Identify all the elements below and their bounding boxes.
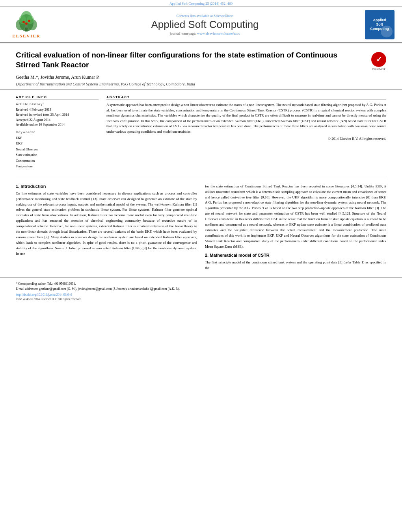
article-keywords: Keywords: EKF UKF Neural Observer State … <box>16 130 99 169</box>
history-received: Received 4 February 2013 Received in rev… <box>16 107 99 127</box>
elsevier-wordmark: ELSEVIER <box>12 33 41 38</box>
email-addresses: E-mail addresses: geethanr@gmail.com (G.… <box>16 287 386 292</box>
homepage-label: journal homepage: <box>170 32 196 35</box>
svg-point-8 <box>28 20 30 22</box>
article-history: Article history: Received 4 February 201… <box>16 102 99 127</box>
article-header: Critical evaluation of non-linear filter… <box>0 43 402 90</box>
doi-link[interactable]: http://dx.doi.org/10.1016/j.asoc.2014.08… <box>16 293 386 297</box>
asc-logo-text: Applied Soft Computing <box>370 18 389 31</box>
sciencedirect-label: Contents lists available at ScienceDirec… <box>177 14 234 18</box>
journal-citation: Applied Soft Computing 25 (2014) 452–460 <box>169 2 233 6</box>
crossmark-logo[interactable]: ✓ CrossMark <box>371 52 386 70</box>
keywords-list: EKF UKF Neural Observer State estimation… <box>16 135 99 169</box>
footer: * Corresponding author. Tel.: +91 956691… <box>0 277 402 305</box>
body-right: for the state estimation of Continuous S… <box>205 184 386 273</box>
copyright: © 2014 Elsevier B.V. All rights reserved… <box>106 137 386 141</box>
abstract-text: A systematic approach has been attempted… <box>106 102 386 134</box>
intro-text-right: for the state estimation of Continuous S… <box>205 184 386 250</box>
crossmark-label: CrossMark <box>371 68 386 70</box>
svg-point-6 <box>27 15 34 24</box>
intro-text-left: On line estimates of state variables hav… <box>16 191 197 257</box>
authors-line: Geetha M.*, Jovitha Jerome, Arun Kumar P… <box>16 74 386 80</box>
asc-logo-box: Applied Soft Computing <box>362 10 397 39</box>
keywords-label: Keywords: <box>16 130 99 134</box>
mathematical-text: The first principle model of the continu… <box>205 260 386 271</box>
body-left: 1. Introduction On line estimates of sta… <box>16 184 197 273</box>
article-info-label: ARTICLE INFO <box>16 95 99 100</box>
crossmark-icon: ✓ <box>371 52 386 67</box>
article-info-column: ARTICLE INFO Article history: Received 4… <box>16 95 99 174</box>
authors: Geetha M.*, Jovitha Jerome, Arun Kumar P… <box>16 74 100 80</box>
abstract-column: ABSTRACT A systematic approach has been … <box>106 95 386 174</box>
elsevier-tree-icon <box>13 11 40 33</box>
svg-point-9 <box>25 22 28 25</box>
section-divider <box>16 179 386 179</box>
abstract-section: ABSTRACT A systematic approach has been … <box>106 95 386 141</box>
journal-header: ELSEVIER Contents lists available at Sci… <box>0 7 402 43</box>
affiliation: Department of Instrumentation and Contro… <box>16 82 386 86</box>
sciencedirect-link[interactable]: Contents lists available at ScienceDirec… <box>48 14 362 18</box>
svg-point-5 <box>19 15 26 24</box>
svg-point-7 <box>22 21 25 23</box>
journal-title: Applied Soft Computing <box>48 19 362 31</box>
journal-info: Contents lists available at ScienceDirec… <box>48 14 362 35</box>
article-title: Critical evaluation of non-linear filter… <box>16 50 339 70</box>
article-info-abstract: ARTICLE INFO Article history: Received 4… <box>0 90 402 174</box>
elsevier-logo: ELSEVIER <box>5 11 48 38</box>
top-banner: Applied Soft Computing 25 (2014) 452–460 <box>0 0 402 7</box>
article-info-section: ARTICLE INFO Article history: Received 4… <box>16 95 99 169</box>
corresponding-note: * Corresponding author. Tel.: +91 956691… <box>16 282 386 287</box>
article-title-block: Critical evaluation of non-linear filter… <box>16 50 386 70</box>
abstract-label: ABSTRACT <box>106 95 386 100</box>
intro-heading: 1. Introduction <box>16 184 197 189</box>
asc-logo: Applied Soft Computing <box>365 10 395 39</box>
homepage-link[interactable]: www.elsevier.com/locate/asoc <box>197 32 240 35</box>
mathematical-heading: 2. Mathematical model of CSTR <box>205 253 386 258</box>
issn-line: 1568-4946/© 2014 Elsevier B.V. All right… <box>16 297 386 301</box>
journal-homepage: journal homepage: www.elsevier.com/locat… <box>48 32 362 35</box>
body-content: 1. Introduction On line estimates of sta… <box>0 184 402 273</box>
history-label: Article history: <box>16 102 99 106</box>
